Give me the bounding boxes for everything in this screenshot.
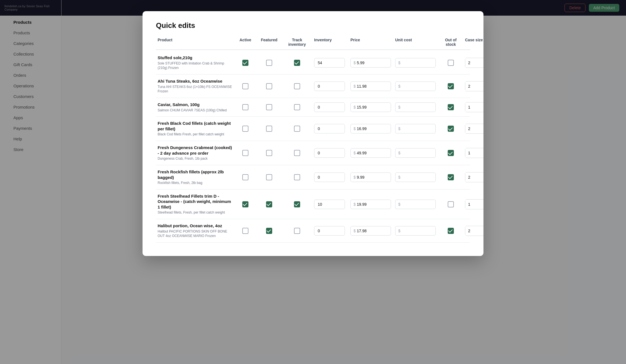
inventory-input[interactable] — [314, 173, 345, 182]
case-size-wrapper: eapackjarlbkgoz — [465, 199, 483, 209]
product-info-cell: Halibut portion, Ocean wise, 4oz Halibut… — [156, 223, 234, 238]
unit-cost-symbol: $ — [398, 126, 400, 131]
unit-cost-input[interactable] — [402, 173, 427, 182]
out-of-stock-checkbox[interactable] — [448, 174, 454, 180]
inventory-input[interactable] — [314, 58, 345, 68]
inventory-cell — [312, 173, 349, 182]
price-input[interactable] — [357, 82, 382, 91]
featured-cell — [257, 150, 282, 156]
unit-cost-input[interactable] — [402, 200, 427, 209]
unit-cost-input[interactable] — [402, 58, 427, 67]
price-input[interactable] — [357, 200, 382, 209]
out-of-stock-cell — [438, 150, 463, 156]
active-checkbox[interactable] — [242, 201, 248, 207]
product-desc: Salmon CHUM CAVIAR 7SEAS (100g) Chilled — [158, 108, 227, 113]
price-input-wrapper: $ — [350, 173, 391, 182]
active-cell — [234, 60, 257, 66]
table-row: Fresh Steelhead Fillets trim D - Oceanwi… — [156, 190, 470, 219]
track-inventory-checkbox[interactable] — [294, 174, 300, 180]
price-input[interactable] — [357, 149, 382, 157]
inventory-input[interactable] — [314, 102, 345, 112]
product-name: Ahi Tuna Steaks, 6oz Oceanwise — [158, 78, 233, 84]
inventory-cell — [312, 82, 349, 91]
product-name: Caviar, Salmon, 100g — [158, 102, 227, 107]
product-name: Stuffed sole,210g — [158, 55, 233, 61]
unit-cost-cell: $ — [393, 173, 438, 182]
featured-checkbox[interactable] — [266, 126, 272, 132]
price-input[interactable] — [357, 58, 382, 67]
case-size-cell: eapackjarlbkgoz — [463, 226, 483, 236]
inventory-input[interactable] — [314, 82, 345, 91]
unit-cost-input[interactable] — [402, 124, 427, 133]
inventory-input[interactable] — [314, 226, 345, 236]
unit-cost-symbol: $ — [398, 229, 400, 233]
out-of-stock-checkbox[interactable] — [448, 104, 454, 110]
track-inventory-checkbox[interactable] — [294, 201, 300, 207]
out-of-stock-checkbox[interactable] — [448, 228, 454, 234]
featured-checkbox[interactable] — [266, 104, 272, 110]
active-cell — [234, 83, 257, 89]
track-inventory-checkbox[interactable] — [294, 228, 300, 234]
out-of-stock-checkbox[interactable] — [448, 150, 454, 156]
featured-checkbox[interactable] — [266, 201, 272, 207]
featured-cell — [257, 60, 282, 66]
unit-cost-symbol: $ — [398, 61, 400, 65]
track-inventory-checkbox[interactable] — [294, 60, 300, 66]
track-inventory-cell — [282, 126, 312, 132]
product-info-cell: Ahi Tuna Steaks, 6oz Oceanwise Tuna AHI … — [156, 78, 234, 94]
unit-cost-cell: $ — [393, 58, 438, 68]
inventory-input[interactable] — [314, 200, 345, 209]
price-input[interactable] — [357, 103, 382, 112]
featured-checkbox[interactable] — [266, 228, 272, 234]
product-name: Fresh Black Cod fillets (catch weight pe… — [158, 121, 233, 131]
case-size-qty-input[interactable] — [465, 173, 483, 182]
track-inventory-checkbox[interactable] — [294, 126, 300, 132]
featured-checkbox[interactable] — [266, 150, 272, 156]
price-input[interactable] — [357, 173, 382, 182]
active-checkbox[interactable] — [242, 228, 248, 234]
inventory-input[interactable] — [314, 148, 345, 158]
case-size-cell: eapackjarlbkgoz — [463, 124, 483, 134]
case-size-qty-input[interactable] — [465, 226, 483, 235]
unit-cost-wrapper: $ — [395, 226, 436, 236]
case-size-qty-input[interactable] — [465, 149, 483, 157]
out-of-stock-checkbox[interactable] — [448, 60, 454, 66]
active-checkbox[interactable] — [242, 126, 248, 132]
product-info-cell: Fresh Steelhead Fillets trim D - Oceanwi… — [156, 193, 234, 215]
featured-checkbox[interactable] — [266, 83, 272, 89]
unit-cost-input[interactable] — [402, 226, 427, 235]
unit-cost-cell: $ — [393, 226, 438, 236]
out-of-stock-checkbox[interactable] — [448, 126, 454, 132]
case-size-qty-input[interactable] — [465, 124, 483, 133]
featured-checkbox[interactable] — [266, 174, 272, 180]
col-featured: Featured — [257, 38, 282, 47]
unit-cost-input[interactable] — [402, 149, 427, 157]
unit-cost-input[interactable] — [402, 82, 427, 91]
out-of-stock-cell — [438, 83, 463, 89]
unit-cost-input[interactable] — [402, 103, 427, 112]
active-checkbox[interactable] — [242, 150, 248, 156]
active-checkbox[interactable] — [242, 104, 248, 110]
active-checkbox[interactable] — [242, 60, 248, 66]
price-input[interactable] — [357, 124, 382, 133]
out-of-stock-checkbox[interactable] — [448, 83, 454, 89]
product-info: Fresh Black Cod fillets (catch weight pe… — [158, 121, 233, 137]
track-inventory-checkbox[interactable] — [294, 83, 300, 89]
price-input[interactable] — [357, 226, 382, 235]
featured-cell — [257, 174, 282, 180]
case-size-qty-input[interactable] — [465, 58, 483, 67]
price-input-wrapper: $ — [350, 58, 391, 68]
track-inventory-checkbox[interactable] — [294, 104, 300, 110]
active-checkbox[interactable] — [242, 83, 248, 89]
track-inventory-checkbox[interactable] — [294, 150, 300, 156]
unit-cost-wrapper: $ — [395, 124, 436, 133]
case-size-qty-input[interactable] — [465, 103, 483, 112]
unit-cost-cell: $ — [393, 82, 438, 91]
case-size-qty-input[interactable] — [465, 200, 483, 209]
inventory-input[interactable] — [314, 124, 345, 133]
case-size-qty-input[interactable] — [465, 82, 483, 91]
out-of-stock-checkbox[interactable] — [448, 201, 454, 207]
active-checkbox[interactable] — [242, 174, 248, 180]
case-size-cell: eapackjarlbkgoz — [463, 199, 483, 209]
featured-checkbox[interactable] — [266, 60, 272, 66]
